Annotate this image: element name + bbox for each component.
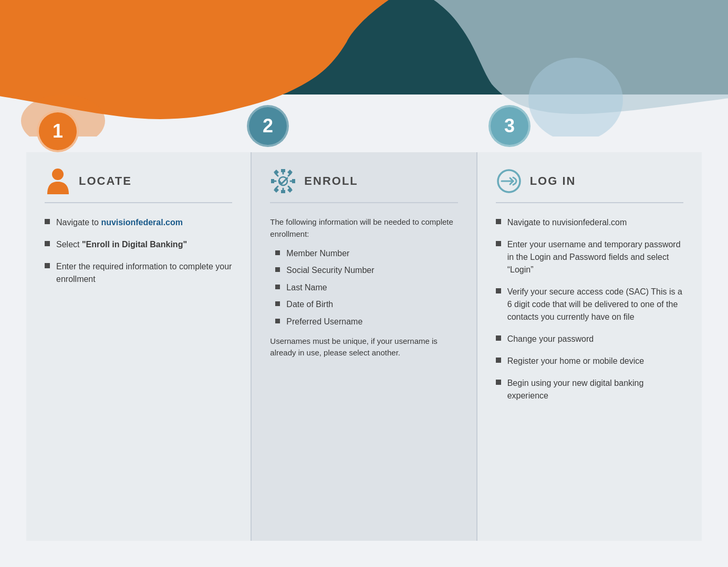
sub-bullet-3 bbox=[275, 285, 280, 289]
enroll-column: ENROLL The following information will be… bbox=[251, 152, 477, 541]
enroll-title: ENROLL bbox=[304, 174, 358, 188]
login-title: LOG IN bbox=[530, 174, 576, 188]
login-bullet-2 bbox=[496, 241, 501, 246]
enroll-sub-list: Member Number Social Security Number Las… bbox=[270, 248, 457, 328]
blue-blob bbox=[528, 52, 623, 136]
login-item-6: Begin using your new digital banking exp… bbox=[496, 377, 683, 402]
step-circle-2: 2 bbox=[247, 105, 289, 147]
login-bullet-3 bbox=[496, 288, 501, 293]
enroll-sub-item-2: Social Security Number bbox=[270, 265, 457, 276]
enroll-text: "Enroll in Digital Banking" bbox=[82, 240, 187, 249]
locate-title: LOCATE bbox=[79, 174, 132, 188]
enroll-sub-item-4: Date of Birth bbox=[270, 299, 457, 310]
bullet-1 bbox=[45, 219, 50, 224]
locate-item-2: Select "Enroll in Digital Banking" bbox=[45, 238, 232, 251]
sub-bullet-5 bbox=[275, 319, 280, 323]
locate-header: LOCATE bbox=[45, 168, 232, 203]
enroll-sub-item-5: Preferred Username bbox=[270, 316, 457, 328]
locate-column: LOCATE Navigate to nuvisionfederal.com S… bbox=[26, 152, 251, 541]
sub-bullet-2 bbox=[275, 267, 280, 272]
login-bullet-4 bbox=[496, 335, 501, 341]
locate-item-3: Enter the required information to comple… bbox=[45, 260, 232, 286]
svg-point-1 bbox=[528, 58, 623, 136]
login-bullet-1 bbox=[496, 219, 501, 224]
bullet-3 bbox=[45, 263, 50, 268]
locate-item-1: Navigate to nuvisionfederal.com bbox=[45, 216, 232, 229]
login-item-2: Enter your username and temporary passwo… bbox=[496, 238, 683, 276]
login-bullet-5 bbox=[496, 358, 501, 363]
enroll-sub-item-3: Last Name bbox=[270, 282, 457, 293]
login-list: Navigate to nuvisionfederal.com Enter yo… bbox=[496, 216, 683, 402]
enroll-header: ENROLL bbox=[270, 168, 457, 203]
login-column: LOG IN Navigate to nuvisionfederal.com E… bbox=[477, 152, 702, 541]
locate-list: Navigate to nuvisionfederal.com Select "… bbox=[45, 216, 232, 286]
enroll-intro: The following information will be needed… bbox=[270, 216, 457, 240]
step-circle-1: 1 bbox=[37, 110, 79, 152]
login-item-3: Verify your secure access code (SAC) Thi… bbox=[496, 286, 683, 323]
login-item-4: Change your password bbox=[496, 333, 683, 345]
sub-bullet-1 bbox=[275, 250, 280, 255]
login-icon bbox=[496, 168, 522, 194]
login-bullet-6 bbox=[496, 380, 501, 385]
login-item-5: Register your home or mobile device bbox=[496, 355, 683, 368]
main-content: LOCATE Navigate to nuvisionfederal.com S… bbox=[26, 152, 702, 541]
step-circle-3: 3 bbox=[488, 105, 531, 147]
sub-bullet-4 bbox=[275, 301, 280, 306]
svg-point-2 bbox=[52, 169, 64, 180]
locate-icon bbox=[45, 168, 71, 194]
enroll-icon bbox=[270, 168, 296, 194]
top-banner bbox=[0, 0, 728, 136]
bullet-2 bbox=[45, 241, 50, 246]
login-item-1: Navigate to nuvisionfederal.com bbox=[496, 216, 683, 229]
login-header: LOG IN bbox=[496, 168, 683, 203]
nuvision-link: nuvisionfederal.com bbox=[101, 218, 183, 227]
page-wrapper: 1 2 3 LOCATE Navigate bbox=[0, 0, 728, 567]
enroll-sub-item-1: Member Number bbox=[270, 248, 457, 259]
enroll-note: Usernames must be unique, if your userna… bbox=[270, 335, 457, 359]
